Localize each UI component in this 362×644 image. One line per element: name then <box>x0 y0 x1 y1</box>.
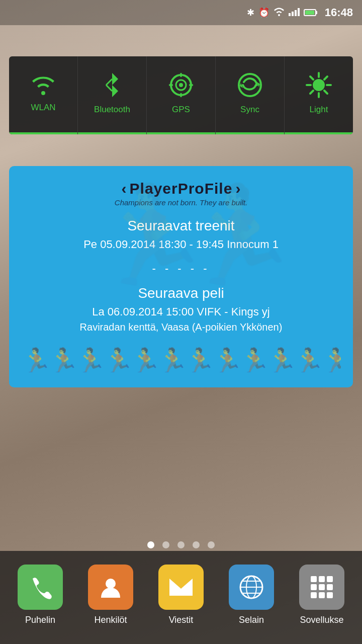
bluetooth-label: Bluetooth <box>94 105 130 115</box>
svg-text:🏃: 🏃 <box>266 346 297 372</box>
page-dot-3[interactable] <box>193 541 200 548</box>
page-dots <box>0 541 362 548</box>
widget-divider: - - - - - <box>152 262 210 275</box>
dock-browser[interactable]: Selain <box>229 565 274 625</box>
wlan-bar <box>9 132 77 134</box>
svg-point-36 <box>106 579 116 589</box>
sync-bar <box>216 132 284 134</box>
dock-contacts[interactable]: Henkilöt <box>88 565 133 625</box>
logo-text: PlayerProFile <box>130 180 233 197</box>
svg-line-21 <box>310 91 313 94</box>
status-bar: ✱ ⏰ 16:48 <box>0 0 362 25</box>
svg-point-13 <box>313 79 325 91</box>
quick-settings-wlan[interactable]: WLAN <box>9 56 78 134</box>
svg-text:🏃: 🏃 <box>185 346 215 372</box>
logo-right-arrow: › <box>235 180 240 197</box>
light-label: Light <box>310 105 328 115</box>
page-dot-0[interactable] <box>147 541 154 548</box>
svg-text:🏃: 🏃 <box>75 346 106 372</box>
match-line2: Raviradan kenttä, Vaasa (A-poikien Ykkön… <box>80 321 283 333</box>
light-icon <box>306 72 332 102</box>
svg-text:🏃: 🏃 <box>321 346 341 372</box>
svg-text:🏃: 🏃 <box>294 346 324 372</box>
quick-settings-sync[interactable]: Sync <box>216 56 285 134</box>
battery-status-icon <box>304 8 318 17</box>
peli-title: Seuraava peli <box>138 285 224 301</box>
sync-label: Sync <box>240 105 259 115</box>
alarm-status-icon: ⏰ <box>258 7 269 18</box>
status-icons: ✱ ⏰ <box>247 7 318 19</box>
svg-rect-47 <box>327 584 333 590</box>
svg-rect-49 <box>319 592 325 598</box>
treenit-title: Seuraavat treenit <box>127 218 234 234</box>
svg-point-5 <box>179 83 183 87</box>
svg-line-20 <box>324 76 327 79</box>
dock-apps[interactable]: Sovellukse <box>299 565 344 625</box>
bluetooth-icon <box>103 72 121 102</box>
page-dot-4[interactable] <box>208 541 215 548</box>
svg-rect-43 <box>319 576 325 582</box>
apps-icon <box>299 565 344 610</box>
gps-label: GPS <box>172 105 190 115</box>
widget-tagline: Champions are not born. They are built. <box>115 198 247 207</box>
widget-logo: ‹ PlayerProFile › <box>122 180 241 197</box>
svg-rect-2 <box>305 11 314 15</box>
contacts-icon <box>88 565 133 610</box>
dock-messages[interactable]: Viestit <box>158 565 204 625</box>
svg-rect-42 <box>311 576 317 582</box>
phone-label: Puhelin <box>25 615 55 625</box>
browser-icon <box>229 565 274 610</box>
messages-label: Viestit <box>169 615 194 625</box>
treenit-datetime: Pe 05.09.2014 18:30 - 19:45 Innocum 1 <box>83 238 279 251</box>
page-dot-2[interactable] <box>177 541 185 548</box>
wlan-icon <box>30 74 56 100</box>
svg-rect-44 <box>327 576 333 582</box>
phone-icon <box>18 565 63 610</box>
logo-left-arrow: ‹ <box>122 180 127 197</box>
messages-icon <box>158 565 204 610</box>
svg-text:🏃: 🏃 <box>103 346 134 372</box>
apps-label: Sovellukse <box>300 615 343 625</box>
svg-text:🏃: 🏃 <box>130 346 161 372</box>
wifi-status-icon <box>274 7 285 19</box>
wlan-label: WLAN <box>31 103 55 113</box>
quick-settings-light[interactable]: Light <box>285 56 353 134</box>
gps-bar <box>147 132 215 134</box>
quick-settings-panel: WLAN Bluetooth <box>9 56 353 134</box>
svg-rect-1 <box>316 11 317 14</box>
svg-text:🏃: 🏃 <box>21 346 52 372</box>
svg-rect-45 <box>311 584 317 590</box>
svg-text:🏃: 🏃 <box>212 346 243 372</box>
svg-rect-46 <box>319 584 325 590</box>
match-line1: La 06.09.2014 15:00 VIFK - Kings yj <box>92 305 269 318</box>
runners-row: 🏃 🏃 🏃 🏃 🏃 🏃 🏃 🏃 🏃 🏃 🏃 🏃 <box>21 344 341 372</box>
light-bar <box>285 132 353 134</box>
quick-settings-gps[interactable]: GPS <box>147 56 216 134</box>
contacts-label: Henkilöt <box>94 615 127 625</box>
svg-rect-50 <box>327 592 333 598</box>
svg-line-19 <box>324 91 327 94</box>
dock-phone[interactable]: Puhelin <box>18 565 63 625</box>
playerprofile-widget[interactable]: 🏃 🏃 ‹ PlayerProFile › Champions are not … <box>9 166 353 387</box>
svg-text:🏃: 🏃 <box>239 346 270 372</box>
browser-label: Selain <box>239 615 264 625</box>
page-dot-1[interactable] <box>162 541 169 548</box>
bluetooth-bar <box>78 132 146 134</box>
dock: Puhelin Henkilöt Viestit <box>0 551 362 644</box>
signal-status-icon <box>289 7 300 19</box>
svg-text:🏃: 🏃 <box>157 346 188 372</box>
svg-line-18 <box>310 76 313 79</box>
quick-settings-bluetooth[interactable]: Bluetooth <box>78 56 147 134</box>
svg-rect-48 <box>311 592 317 598</box>
status-time: 16:48 <box>325 6 353 19</box>
svg-text:🏃: 🏃 <box>48 346 79 372</box>
sync-icon <box>237 72 263 102</box>
bluetooth-status-icon: ✱ <box>247 7 254 18</box>
gps-icon <box>168 72 194 102</box>
